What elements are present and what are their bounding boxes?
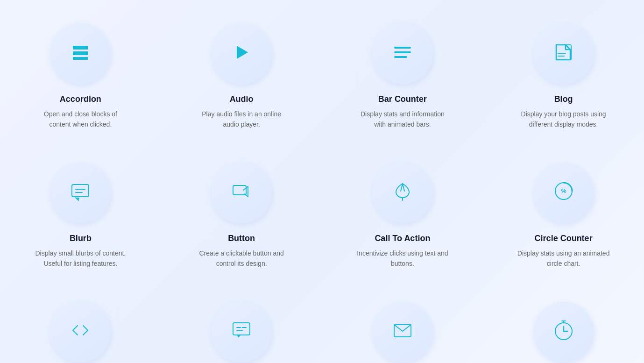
svg-rect-2: [73, 57, 88, 60]
widget-desc-button: Create a clickable button and control it…: [195, 248, 288, 269]
contact-form-icon: [391, 319, 414, 345]
icon-circle-blurb: [50, 163, 111, 223]
svg-rect-10: [72, 185, 89, 197]
widget-title-circle-counter: Circle Counter: [535, 234, 593, 243]
widget-title-accordion: Accordion: [60, 94, 101, 104]
icon-circle-circle-counter: %: [533, 163, 594, 223]
countdown-timer-icon: [552, 319, 575, 345]
svg-rect-15: [233, 185, 246, 195]
widget-card-contact-form[interactable]: Contact Form: [322, 288, 483, 363]
widget-title-button: Button: [228, 234, 255, 243]
bar-counter-icon: [391, 41, 414, 67]
widget-title-blog: Blog: [554, 94, 573, 104]
widget-card-comments[interactable]: Comments: [161, 288, 322, 363]
button-icon: [230, 180, 253, 206]
comments-icon: [230, 319, 253, 345]
widget-card-code[interactable]: Code: [0, 288, 161, 363]
widget-card-blurb[interactable]: BlurbDisplay small blurbs of content. Us…: [0, 149, 161, 288]
widget-card-call-to-action[interactable]: Call To ActionIncentivize clicks using t…: [322, 149, 483, 288]
widget-card-circle-counter[interactable]: % Circle CounterDisplay stats using an a…: [483, 149, 644, 288]
widget-card-accordion[interactable]: AccordionOpen and close blocks of conten…: [0, 9, 161, 149]
blog-icon: [552, 41, 575, 67]
widget-desc-accordion: Open and close blocks of content when cl…: [34, 109, 127, 130]
widget-desc-audio: Play audio files in an online audio play…: [195, 109, 288, 130]
widget-desc-blurb: Display small blurbs of content. Useful …: [34, 248, 127, 269]
accordion-icon: [69, 41, 92, 67]
svg-rect-19: [233, 323, 250, 335]
svg-marker-3: [237, 46, 248, 59]
widget-grid: AccordionOpen and close blocks of conten…: [0, 9, 644, 363]
icon-circle-comments: [211, 302, 272, 363]
call-to-action-icon: [391, 180, 414, 206]
icon-circle-audio: [211, 23, 272, 84]
circle-counter-icon: %: [552, 180, 575, 206]
icon-circle-accordion: [50, 23, 111, 84]
widget-title-bar-counter: Bar Counter: [378, 94, 427, 104]
svg-rect-0: [73, 46, 88, 50]
icon-circle-call-to-action: [372, 163, 433, 223]
svg-rect-7: [556, 45, 571, 60]
widget-title-blurb: Blurb: [70, 234, 92, 243]
svg-text:%: %: [561, 188, 566, 194]
widget-card-button[interactable]: ButtonCreate a clickable button and cont…: [161, 149, 322, 288]
widget-desc-blog: Display your blog posts using different …: [517, 109, 610, 130]
widget-card-countdown-timer[interactable]: Countdown Timer: [483, 288, 644, 363]
widget-title-audio: Audio: [230, 94, 254, 104]
icon-circle-code: [50, 302, 111, 363]
audio-icon: [230, 41, 253, 67]
widget-card-blog[interactable]: BlogDisplay your blog posts using differ…: [483, 9, 644, 149]
code-icon: [69, 319, 92, 345]
widget-card-audio[interactable]: AudioPlay audio files in an online audio…: [161, 9, 322, 149]
widget-desc-circle-counter: Display stats using an animated circle c…: [517, 248, 610, 269]
widget-desc-bar-counter: Display stats and information with anima…: [356, 109, 449, 130]
widget-card-bar-counter[interactable]: Bar CounterDisplay stats and information…: [322, 9, 483, 149]
widget-title-call-to-action: Call To Action: [375, 234, 430, 243]
blurb-icon: [69, 180, 92, 206]
icon-circle-contact-form: [372, 302, 433, 363]
icon-circle-bar-counter: [372, 23, 433, 84]
icon-circle-blog: [533, 23, 594, 84]
svg-rect-1: [73, 51, 88, 55]
icon-circle-countdown-timer: [533, 302, 594, 363]
widget-desc-call-to-action: Incentivize clicks using text and button…: [356, 248, 449, 269]
icon-circle-button: [211, 163, 272, 223]
